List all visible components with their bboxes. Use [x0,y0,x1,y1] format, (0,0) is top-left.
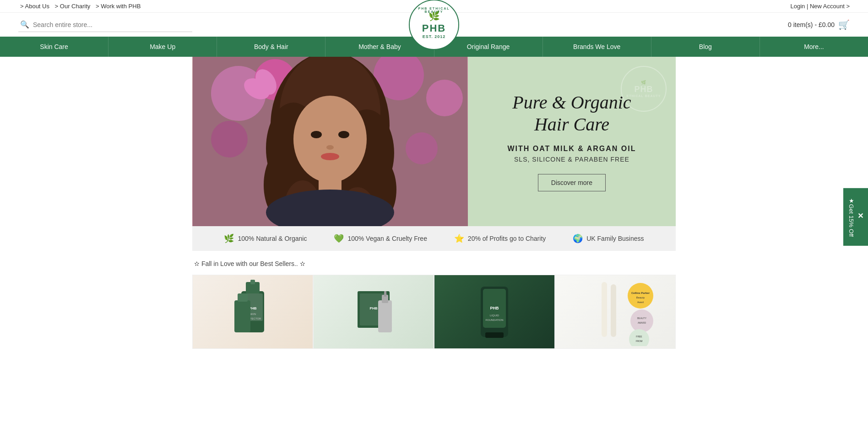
hero-script-line1: Pure & Organic [512,92,631,114]
nav-body-hair[interactable]: Body & Hair [217,37,326,57]
our-charity-link[interactable]: Our Charity [55,3,91,10]
search-icon: 🔍 [20,20,29,29]
svg-point-53 [630,309,653,332]
product-image-3: PHB LIQUID FOUNDATION [434,275,554,348]
svg-point-7 [406,132,438,164]
hero-image [192,57,468,226]
svg-rect-47 [602,282,607,337]
charity-icon: ⭐ [454,233,464,244]
svg-rect-40 [384,291,386,297]
hero-subtitle1: WITH OAT MILK & ARGAN OIL [507,145,636,153]
natural-text: 100% Natural & Organic [238,235,307,242]
cart-text: 0 item(s) - £0.00 [788,21,835,28]
hero-script-line2: Hair Care [512,114,631,136]
product-card-3[interactable]: PHB LIQUID FOUNDATION [434,275,555,349]
wm-leaf: 🌿 [641,80,646,85]
product-card-1[interactable]: PHB SKIN PERFECTOR [192,275,313,349]
product-svg-2: PHB [346,277,401,346]
svg-text:FOUNDATION: FOUNDATION [485,319,503,321]
product-image-2: PHB [314,275,434,348]
hero-headline: Pure & Organic Hair Care [512,92,631,136]
feature-charity: ⭐ 20% of Profits go to Charity [454,233,546,244]
svg-text:PHB: PHB [490,306,499,310]
svg-rect-48 [611,284,616,337]
svg-point-49 [628,283,653,309]
features-bar: 🌿 100% Natural & Organic 💚 100% Vegan & … [192,226,676,251]
logo-brand: PHB [422,22,446,34]
bestsellers-title: ✫ Fall in Love with our Best Sellers.. ✫ [192,260,676,267]
vegan-text: 100% Vegan & Cruelty Free [347,235,427,242]
nav-skin-care[interactable]: Skin Care [0,37,108,57]
svg-rect-28 [250,280,255,284]
svg-text:FREE: FREE [636,335,642,338]
product-svg-1: PHB SKIN PERFECTOR [225,277,280,346]
about-us-link[interactable]: About Us [20,3,49,10]
charity-text: 20% of Profits go to Charity [468,235,546,242]
search-bar[interactable]: 🔍 [18,17,192,32]
site-logo: PHB ETHICAL BEAUTY 🌿 PHB EST. 2012 [409,0,459,50]
feature-natural: 🌿 100% Natural & Organic [224,233,307,244]
hero-section: 🌿 PHB ETHICAL BEAUTY Pure & Organic Hair… [0,57,868,226]
top-bar-links: About Us Our Charity Work with PHB [18,3,142,10]
nav-blog[interactable]: Blog [651,37,760,57]
svg-text:AWARD: AWARD [638,321,646,324]
svg-rect-46 [485,332,504,338]
svg-point-5 [426,80,463,116]
svg-point-21 [338,131,349,138]
logo-est: EST. 2012 [423,34,446,39]
svg-text:BEAUTY: BEAUTY [637,317,647,320]
bestsellers-section: ✫ Fall in Love with our Best Sellers.. ✫… [0,251,868,349]
family-text: UK Family Business [586,235,644,242]
svg-rect-34 [238,293,248,302]
feature-vegan: 💚 100% Vegan & Cruelty Free [334,233,427,244]
bestsellers-content: ✫ Fall in Love with our Best Sellers.. ✫… [192,251,676,349]
hero-subtitle2: SLS, SILICONE & PARABEN FREE [514,156,629,163]
cart-icon[interactable]: 🛒 [838,19,850,30]
product-card-2[interactable]: PHB [313,275,434,349]
nav-more[interactable]: More... [760,37,868,57]
logo-circle: PHB ETHICAL BEAUTY 🌿 PHB EST. 2012 [409,0,459,50]
cart-summary[interactable]: 0 item(s) - £0.00 🛒 [788,19,850,30]
features-container: 🌿 100% Natural & Organic 💚 100% Vegan & … [192,226,676,251]
product-image-4: Cellins Parker Beauty Award BEAUTY AWARD… [555,275,675,348]
svg-text:LIQUID: LIQUID [490,314,499,317]
product-svg-3: PHB LIQUID FOUNDATION [467,277,522,346]
promo-close-icon[interactable]: ✕ [857,211,863,220]
feature-family: 🌍 UK Family Business [573,233,644,244]
hero-banner: 🌿 PHB ETHICAL BEAUTY Pure & Organic Hair… [192,57,676,226]
work-with-phb-link[interactable]: Work with PHB [96,3,141,10]
wm-brand: PHB [634,85,653,94]
discover-more-button[interactable]: Discover more [538,174,606,191]
svg-point-22 [326,145,334,150]
svg-text:FROM: FROM [636,340,643,342]
natural-icon: 🌿 [224,233,234,244]
products-grid: PHB SKIN PERFECTOR [192,275,676,349]
vegan-icon: 💚 [334,233,344,244]
product-image-1: PHB SKIN PERFECTOR [193,275,313,348]
svg-text:SKIN: SKIN [250,313,256,315]
svg-point-20 [311,131,322,138]
wm-text: ETHICAL BEAUTY [627,94,661,98]
search-input[interactable] [33,21,190,28]
account-links[interactable]: Login | New Account > [791,3,850,10]
family-icon: 🌍 [573,233,583,244]
svg-text:Cellins Parker: Cellins Parker [631,292,650,294]
svg-point-23 [321,153,339,160]
svg-text:Beauty: Beauty [636,296,645,299]
svg-text:PHB: PHB [370,306,378,310]
product-card-4[interactable]: Cellins Parker Beauty Award BEAUTY AWARD… [555,275,676,349]
svg-text:Award: Award [637,301,644,304]
svg-rect-33 [234,300,250,332]
sidebar-promo[interactable]: ✕ ★Get 15% Off [843,188,868,246]
site-header: 🔍 PHB ETHICAL BEAUTY 🌿 PHB EST. 2012 0 i… [0,13,868,37]
nav-brands-we-love[interactable]: Brands We Love [543,37,651,57]
hero-content: 🌿 PHB ETHICAL BEAUTY Pure & Organic Hair… [468,57,676,226]
features-section: 🌿 100% Natural & Organic 💚 100% Vegan & … [0,226,868,251]
svg-rect-38 [378,300,392,332]
promo-text: ★Get 15% Off [848,197,855,237]
product-svg-4: Cellins Parker Beauty Award BEAUTY AWARD… [570,277,661,346]
hero-container: 🌿 PHB ETHICAL BEAUTY Pure & Organic Hair… [192,57,676,226]
bestsellers-container: ✫ Fall in Love with our Best Sellers.. ✫… [192,251,676,349]
svg-point-19 [293,96,367,183]
nav-make-up[interactable]: Make Up [108,37,217,57]
